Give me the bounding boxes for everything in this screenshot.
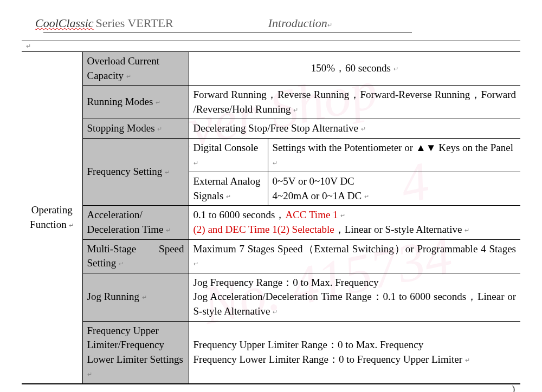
value-stopping-modes: Decelerating Stop/Free Stop Alternative … [189,119,520,139]
specification-table: Operating Function ↵ Overload Current Ca… [22,51,520,384]
label-stopping-modes: Stopping Modes ↵ [82,119,189,139]
table-row: Multi-Stage Speed Setting ↵ Maximum 7 St… [22,239,520,273]
value-running-modes: Forward Running，Reverse Running，Forward-… [189,86,520,119]
value-external-analog: 0~5V or 0~10V DC 4~20mA or 0~1A DC ↵ [268,172,520,206]
value-multi-stage: Maximum 7 Stages Speed（External Switchin… [189,239,520,273]
label-accel-decel: Acceleration/ Deceleration Time ↵ [82,206,189,239]
paragraph-mark-icon: ↵ [327,22,332,29]
triangle-up-icon [416,142,426,153]
header-introduction: Introduction [268,16,327,30]
label-overload: Overload Current Capacity ↵ [82,52,189,86]
label-frequency-setting: Frequency Setting ↵ [82,138,189,205]
label-frequency-limiter: Frequency Upper Limiter/Frequency Lower … [82,321,189,383]
document-page: CoolClassic Series VERTER Introduction ↵… [0,0,542,392]
triangle-down-icon [426,142,436,153]
table-row: Frequency Setting ↵ Digital Console ↵ Se… [22,138,520,172]
table-row: Running Modes ↵ Forward Running，Reverse … [22,86,520,119]
label-external-analog: External Analog Signals ↵ [189,172,268,206]
table-row: Frequency Upper Limiter/Frequency Lower … [22,321,520,383]
header-series: Series VERTER [96,16,173,30]
value-overload: 150%，60 seconds ↵ [189,52,520,86]
category-operating-function: Operating Function ↵ [22,52,82,384]
table-row: Acceleration/ Deceleration Time ↵ 0.1 to… [22,206,520,239]
value-accel-decel: 0.1 to 6000 seconds，ACC Time 1 ↵ (2) and… [189,206,520,239]
page-header: CoolClassic Series VERTER Introduction ↵ [11,16,531,30]
value-frequency-limiter: Frequency Upper Limiter Range：0 to Max. … [189,321,520,383]
header-underline [43,32,412,33]
label-jog-running: Jog Running ↵ [82,273,189,321]
label-running-modes: Running Modes ↵ [82,86,189,119]
table-row: Operating Function ↵ Overload Current Ca… [22,52,520,86]
header-brand: CoolClassic [35,16,94,30]
table-row: Stopping Modes ↵ Decelerating Stop/Free … [22,119,520,139]
table-row: Jog Running ↵ Jog Frequency Range：0 to M… [22,273,520,321]
label-digital-console: Digital Console ↵ [189,138,268,172]
page-close-paren: ) [11,384,531,392]
value-jog-running: Jog Frequency Range：0 to Max. Frequency … [189,273,520,321]
paragraph-mark-icon: ↵ [22,41,520,51]
label-multi-stage: Multi-Stage Speed Setting ↵ [82,239,189,273]
value-digital-console: Settings with the Potentiometer or Keys … [268,138,520,172]
spec-table-container: ↵ Operating Function ↵ Overload Current … [22,41,520,384]
